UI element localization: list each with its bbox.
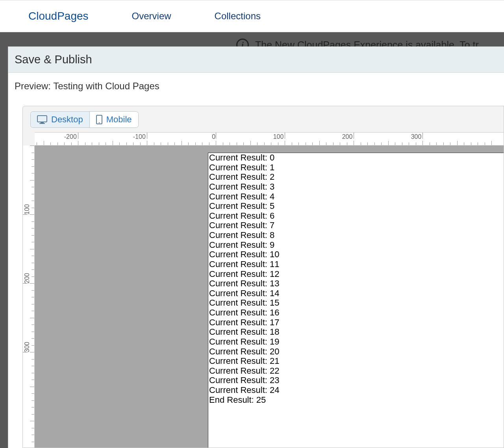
ruler-h-label: 100 xyxy=(273,133,284,140)
ruler-h-label: 0 xyxy=(212,133,215,140)
modal-header: Save & Publish xyxy=(8,47,504,73)
output-line: Current Result: 7 xyxy=(208,221,504,230)
save-publish-modal: Save & Publish Preview: Testing with Clo… xyxy=(8,46,504,448)
ruler-h-label: -100 xyxy=(133,133,146,140)
brand-title[interactable]: CloudPages xyxy=(28,10,89,22)
nav-overview[interactable]: Overview xyxy=(132,11,171,22)
ruler-v-label: 300 xyxy=(24,342,31,352)
ruler-horizontal: -200-1000100200300 xyxy=(35,132,504,146)
preview-box: Desktop Mobile -200-1000100200300 100200… xyxy=(22,106,504,448)
nav-collections[interactable]: Collections xyxy=(215,11,261,22)
output-line: Current Result: 8 xyxy=(208,230,504,240)
ruler-h-label: -200 xyxy=(64,133,77,140)
output-line: Current Result: 18 xyxy=(208,327,504,337)
output-line: Current Result: 3 xyxy=(208,182,504,192)
page-content: Current Result: 0Current Result: 1Curren… xyxy=(208,153,504,448)
output-line: Current Result: 13 xyxy=(208,279,504,289)
device-tabs: Desktop Mobile xyxy=(31,112,138,127)
desktop-icon xyxy=(37,115,47,124)
output-end-line: End Result: 25 xyxy=(208,395,504,405)
output-line: Current Result: 21 xyxy=(208,356,504,366)
ruler-v-label: 100 xyxy=(24,204,31,215)
output-line: Current Result: 5 xyxy=(208,201,504,211)
output-line: Current Result: 2 xyxy=(208,172,504,182)
svg-rect-1 xyxy=(41,122,44,123)
output-line: Current Result: 20 xyxy=(208,347,504,357)
ruler-h-label: 200 xyxy=(342,133,353,140)
output-line: Current Result: 10 xyxy=(208,250,504,260)
svg-point-4 xyxy=(98,122,100,124)
output-line: Current Result: 0 xyxy=(208,153,504,163)
output-line: Current Result: 22 xyxy=(208,366,504,376)
output-line: Current Result: 1 xyxy=(208,163,504,173)
ruler-v-label: 200 xyxy=(24,273,31,284)
mobile-icon xyxy=(96,115,102,124)
output-line: Current Result: 4 xyxy=(208,192,504,202)
output-line: Current Result: 11 xyxy=(208,260,504,269)
output-line: Current Result: 17 xyxy=(208,318,504,328)
output-line: Current Result: 12 xyxy=(208,269,504,279)
output-line: Current Result: 15 xyxy=(208,298,504,308)
tab-desktop[interactable]: Desktop xyxy=(31,112,90,127)
modal-title: Save & Publish xyxy=(15,53,92,66)
output-line: Current Result: 6 xyxy=(208,211,504,221)
preview-label: Preview: Testing with Cloud Pages xyxy=(8,73,504,92)
output-line: Current Result: 16 xyxy=(208,308,504,318)
preview-canvas[interactable]: Current Result: 0Current Result: 1Curren… xyxy=(35,146,504,448)
svg-rect-0 xyxy=(37,116,47,122)
tab-mobile-label: Mobile xyxy=(106,114,132,125)
tab-mobile[interactable]: Mobile xyxy=(90,112,138,127)
output-line: Current Result: 24 xyxy=(208,385,504,395)
output-line: Current Result: 9 xyxy=(208,240,504,250)
output-line: Current Result: 19 xyxy=(208,337,504,347)
ruler-h-label: 300 xyxy=(411,133,422,140)
output-line: Current Result: 23 xyxy=(208,376,504,385)
output-line: Current Result: 14 xyxy=(208,289,504,299)
top-nav: CloudPages Overview Collections xyxy=(0,0,504,32)
svg-rect-2 xyxy=(39,123,45,124)
ruler-vertical: 100200300 xyxy=(23,146,35,448)
tab-desktop-label: Desktop xyxy=(51,114,83,125)
